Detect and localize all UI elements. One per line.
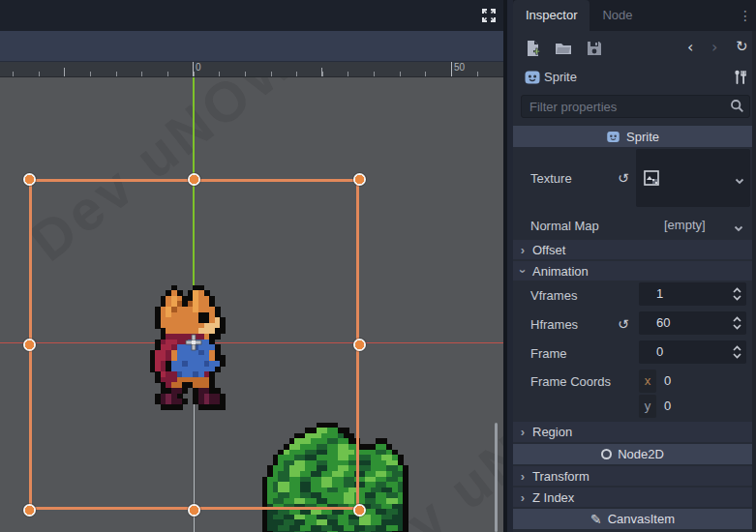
hframes-spinbox[interactable]: 60 <box>639 311 746 335</box>
category-label: Node2D <box>618 447 664 461</box>
inspector-toolbar: ‹ › ↻ <box>513 36 752 61</box>
node2d-icon <box>601 449 612 459</box>
property-label: Frame <box>530 346 567 361</box>
pencil-icon: ✎ <box>590 512 602 527</box>
spinner-icon[interactable] <box>732 314 742 332</box>
inspector-body: ‹ › ↻ Sprite <box>513 31 756 532</box>
sprite-node-icon <box>606 130 620 144</box>
selection-handle[interactable] <box>353 339 366 351</box>
load-resource-icon[interactable] <box>555 40 572 57</box>
inspector-scrollbar[interactable] <box>752 31 756 532</box>
ruler-tick <box>64 68 65 76</box>
property-label: Normal Map <box>530 219 599 233</box>
selection-handle[interactable] <box>353 504 366 517</box>
chevron-right-icon: › <box>513 243 532 257</box>
position-gizmo[interactable] <box>185 334 202 351</box>
section-transform[interactable]: › Transform <box>513 466 752 486</box>
x-chip: x <box>639 369 656 393</box>
property-frame-coords-y: y 0 <box>513 395 752 418</box>
section-offset[interactable]: › Offset <box>513 240 752 259</box>
viewport-scrollbar[interactable] <box>495 423 498 532</box>
chevron-right-icon: › <box>513 490 532 505</box>
expand-viewport-icon[interactable] <box>480 7 498 24</box>
ruler-tick <box>39 72 40 76</box>
ruler-tick <box>193 62 194 76</box>
new-resource-icon[interactable] <box>524 40 541 57</box>
ruler-tick <box>451 62 452 76</box>
viewport-2d: 050 Dev uNOW Dev uNOW <box>0 0 503 532</box>
tab-inspector[interactable]: Inspector <box>513 0 590 31</box>
selection-handle[interactable] <box>23 339 36 351</box>
selection-handle[interactable] <box>23 504 36 517</box>
ruler-tick <box>425 72 426 76</box>
revert-icon[interactable]: ↺ <box>618 170 629 186</box>
filter-properties-input[interactable] <box>521 95 750 118</box>
history-forward-icon[interactable]: › <box>711 38 717 56</box>
chevron-down-icon: › <box>516 261 530 281</box>
selection-handle[interactable] <box>188 504 200 517</box>
inspector-panel: Inspector Node ⋮ <box>513 0 756 532</box>
ruler-tick <box>322 72 323 76</box>
selection-handle[interactable] <box>23 173 36 186</box>
revert-icon[interactable]: ↺ <box>618 316 629 332</box>
frame-coords-x-value[interactable]: 0 <box>664 373 671 388</box>
ruler-tick <box>296 72 297 76</box>
tab-menu-icon[interactable]: ⋮ <box>739 8 752 23</box>
ruler-label: 0 <box>196 62 201 73</box>
ruler-tick <box>245 72 246 76</box>
editor-topbar <box>0 0 503 31</box>
chevron-down-icon[interactable] <box>734 173 745 185</box>
texture-thumbnail-icon <box>644 170 659 190</box>
chevron-right-icon: › <box>513 469 532 484</box>
section-z-index[interactable]: › Z Index <box>513 488 752 507</box>
object-history-icon[interactable]: ↻ <box>736 38 748 55</box>
frame-coords-y-value[interactable]: 0 <box>664 399 671 413</box>
spinner-icon[interactable] <box>732 285 742 303</box>
ruler-tick <box>321 68 322 76</box>
selection-handle[interactable] <box>188 173 200 186</box>
y-chip: y <box>639 395 656 418</box>
ruler-tick <box>90 72 91 76</box>
section-label: Z Index <box>532 490 574 505</box>
ruler-label: 50 <box>454 62 465 73</box>
vframes-spinbox[interactable]: 1 <box>639 282 746 306</box>
canvas-toolbar <box>0 31 503 62</box>
selection-handle[interactable] <box>353 173 366 186</box>
chevron-right-icon: › <box>513 425 532 439</box>
section-region[interactable]: › Region <box>513 422 752 442</box>
ruler-tick <box>374 72 375 76</box>
property-frame-coords-x: Frame Coords x 0 <box>513 369 752 393</box>
frame-spinbox[interactable]: 0 <box>639 340 746 364</box>
texture-value-cell[interactable] <box>636 149 750 207</box>
object-name: Sprite <box>544 70 577 84</box>
category-sprite[interactable]: Sprite <box>513 126 752 147</box>
hframes-value: 60 <box>656 315 670 330</box>
ruler-tick <box>219 72 220 76</box>
tab-node[interactable]: Node <box>590 0 645 31</box>
category-canvasitem[interactable]: ✎ CanvasItem <box>513 509 752 529</box>
section-label: Offset <box>532 243 565 257</box>
normal-map-value[interactable]: [empty] <box>664 218 706 232</box>
ruler-tick <box>167 72 168 76</box>
canvas-2d[interactable]: Dev uNOW Dev uNOW <box>0 77 503 532</box>
category-label: CanvasItem <box>608 512 675 526</box>
chevron-down-icon[interactable] <box>733 221 744 232</box>
property-normal-map: Normal Map [empty] <box>513 213 752 238</box>
section-animation[interactable]: › Animation <box>513 261 752 281</box>
property-label: Hframes <box>530 317 578 332</box>
frame-value: 0 <box>656 344 663 359</box>
spinner-icon[interactable] <box>732 343 742 361</box>
ruler-tick <box>116 72 117 76</box>
property-vframes: Vframes 1 <box>513 282 752 308</box>
object-tools-icon[interactable] <box>734 69 747 86</box>
property-label: Texture <box>530 171 572 186</box>
category-node2d[interactable]: Node2D <box>513 444 752 464</box>
section-label: Transform <box>532 469 590 484</box>
save-resource-icon[interactable] <box>586 40 603 57</box>
vframes-value: 1 <box>656 286 663 301</box>
inspector-tabbar: Inspector Node ⋮ <box>513 0 756 31</box>
ruler-tick <box>13 72 14 76</box>
history-back-icon[interactable]: ‹ <box>687 38 693 56</box>
ruler-tick <box>194 72 195 76</box>
panel-divider[interactable] <box>503 0 513 532</box>
